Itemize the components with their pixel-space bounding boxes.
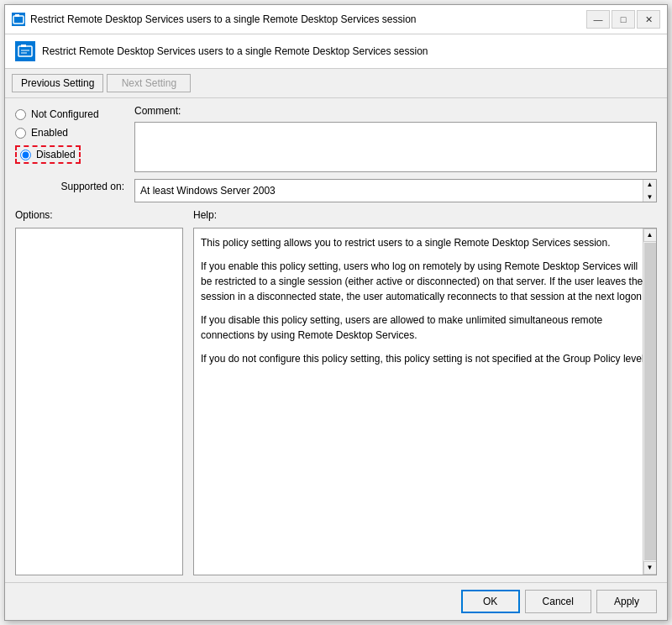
header-title: Restrict Remote Desktop Services users t… bbox=[42, 45, 428, 57]
top-section: Not Configured Enabled Disabled Comment: bbox=[15, 105, 657, 172]
supported-value-box: At least Windows Server 2003 ▲ ▼ bbox=[134, 179, 657, 202]
help-scroll-thumb bbox=[644, 243, 656, 560]
window-controls: — □ ✕ bbox=[586, 10, 660, 29]
apply-button[interactable]: Apply bbox=[596, 590, 657, 613]
supported-row: Supported on: At least Windows Server 20… bbox=[15, 179, 657, 202]
header-section: Restrict Remote Desktop Services users t… bbox=[5, 34, 667, 69]
next-setting-button[interactable]: Next Setting bbox=[107, 74, 191, 92]
close-button[interactable]: ✕ bbox=[637, 10, 660, 29]
help-para-2: If you enable this policy setting, users… bbox=[201, 259, 649, 304]
cancel-button[interactable]: Cancel bbox=[525, 590, 591, 613]
supported-value-text: At least Windows Server 2003 bbox=[140, 185, 276, 197]
radio-disabled-highlight: Disabled bbox=[15, 145, 81, 164]
radio-group: Not Configured Enabled Disabled bbox=[15, 105, 124, 172]
scroll-up-arrow[interactable]: ▲ bbox=[647, 181, 654, 188]
window-icon bbox=[12, 13, 25, 26]
title-bar: Restrict Remote Desktop Services users t… bbox=[5, 5, 667, 34]
help-para-4: If you do not configure this policy sett… bbox=[201, 351, 649, 366]
options-box bbox=[15, 228, 183, 575]
help-panel: Help: This policy setting allows you to … bbox=[193, 209, 657, 575]
middle-section: Options: Help: This policy setting allow… bbox=[15, 209, 657, 575]
svg-rect-0 bbox=[13, 16, 24, 24]
supported-label: Supported on: bbox=[15, 179, 124, 192]
comment-label: Comment: bbox=[134, 105, 657, 117]
help-label: Help: bbox=[193, 209, 657, 221]
maximize-button[interactable]: □ bbox=[612, 10, 635, 29]
svg-rect-1 bbox=[15, 14, 19, 17]
toolbar: Previous Setting Next Setting bbox=[5, 69, 667, 98]
supported-scrollbar: ▲ ▼ bbox=[643, 180, 656, 202]
radio-disabled[interactable]: Disabled bbox=[15, 145, 124, 164]
radio-enabled[interactable]: Enabled bbox=[15, 127, 124, 139]
footer: OK Cancel Apply bbox=[5, 582, 667, 620]
previous-setting-button[interactable]: Previous Setting bbox=[12, 74, 103, 92]
ok-button[interactable]: OK bbox=[461, 590, 520, 613]
help-box: This policy setting allows you to restri… bbox=[193, 228, 657, 575]
radio-not-configured[interactable]: Not Configured bbox=[15, 108, 124, 120]
window-title: Restrict Remote Desktop Services users t… bbox=[30, 13, 581, 25]
svg-rect-3 bbox=[21, 45, 26, 47]
options-panel: Options: bbox=[15, 209, 183, 575]
header-icon bbox=[15, 41, 35, 61]
comment-textarea[interactable] bbox=[134, 122, 657, 172]
help-scrollbar: ▲ ▼ bbox=[643, 228, 656, 575]
help-scroll-up[interactable]: ▲ bbox=[643, 228, 657, 242]
scroll-down-arrow[interactable]: ▼ bbox=[647, 193, 654, 201]
help-para-1: This policy setting allows you to restri… bbox=[201, 235, 649, 250]
help-para-3: If you disable this policy setting, user… bbox=[201, 312, 649, 343]
minimize-button[interactable]: — bbox=[586, 10, 610, 29]
content-area: Not Configured Enabled Disabled Comment: bbox=[5, 98, 667, 582]
comment-section: Comment: bbox=[134, 105, 657, 172]
svg-rect-2 bbox=[18, 46, 32, 56]
options-label: Options: bbox=[15, 209, 183, 221]
main-window: Restrict Remote Desktop Services users t… bbox=[4, 4, 668, 621]
help-scroll-down[interactable]: ▼ bbox=[643, 561, 657, 575]
